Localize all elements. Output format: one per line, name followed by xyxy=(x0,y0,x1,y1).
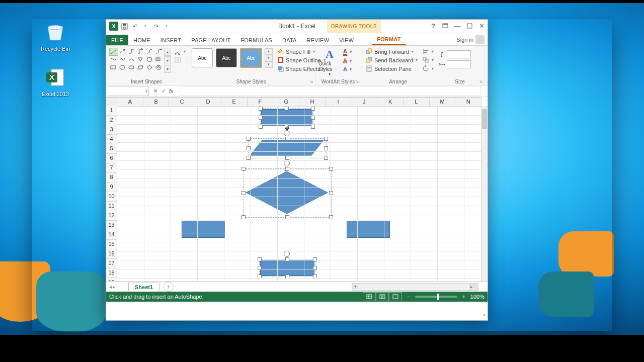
row-header[interactable]: 3 xyxy=(106,125,117,135)
tab-file[interactable]: FILE xyxy=(106,35,128,45)
row-header[interactable]: 15 xyxy=(106,240,117,249)
group-button[interactable]: ▾ xyxy=(421,56,435,64)
sheet-nav-prev[interactable]: ◂ xyxy=(109,284,112,290)
row-header[interactable]: 13 xyxy=(106,221,117,230)
view-normal-icon[interactable] xyxy=(363,292,376,301)
text-effects-button[interactable]: A▾ xyxy=(342,65,353,72)
row-header[interactable]: 11 xyxy=(106,202,117,211)
horizontal-scrollbar[interactable]: ◂▸ xyxy=(352,283,478,291)
style-swatch-3-selected[interactable]: Abc xyxy=(240,48,262,68)
align-button[interactable]: ▾ xyxy=(421,48,435,55)
send-backward-button[interactable]: Send Backward▾ xyxy=(364,56,419,64)
tab-insert[interactable]: INSERT xyxy=(155,35,186,45)
shape-width-input[interactable] xyxy=(438,60,481,68)
zoom-level[interactable]: 100% xyxy=(470,294,485,300)
name-box[interactable]: ▾ xyxy=(108,86,149,96)
sheet-tab-sheet1[interactable]: Sheet1 xyxy=(128,283,159,291)
row-header[interactable]: 16 xyxy=(106,249,117,259)
edit-shape-button[interactable]: ▾ xyxy=(173,48,187,55)
row-header[interactable]: 8 xyxy=(106,173,117,183)
fx-icon[interactable]: fx xyxy=(169,88,174,94)
recycle-bin-icon[interactable]: Recycle Bin xyxy=(35,21,75,52)
column-header[interactable]: C xyxy=(169,98,195,107)
cancel-formula-icon[interactable]: ✕ xyxy=(153,87,158,95)
row-header[interactable]: 10 xyxy=(106,192,117,202)
row-header[interactable]: 9 xyxy=(106,183,117,192)
formula-input[interactable] xyxy=(180,86,480,96)
column-header[interactable]: B xyxy=(143,98,170,107)
text-fill-button[interactable]: A▾ xyxy=(342,48,353,56)
gallery-more[interactable]: ▾ xyxy=(164,65,171,73)
close-button[interactable]: ✕ xyxy=(475,20,488,32)
row-header[interactable]: 1 xyxy=(106,106,117,116)
column-header[interactable]: K xyxy=(377,98,404,107)
undo-icon[interactable]: ↶ xyxy=(130,22,139,31)
dialog-launcher-icon[interactable]: ↘ xyxy=(355,79,360,84)
collapse-ribbon-icon[interactable]: ˄ xyxy=(483,314,486,319)
minimize-button[interactable]: — xyxy=(451,20,463,32)
zoom-slider[interactable] xyxy=(415,296,457,298)
row-header[interactable]: 12 xyxy=(106,211,117,221)
style-swatch-1[interactable]: Abc xyxy=(192,48,213,67)
qat-customize-icon[interactable]: ▾ xyxy=(162,22,171,31)
column-header[interactable]: F xyxy=(248,98,274,107)
save-icon[interactable] xyxy=(120,22,129,31)
zoom-in-button[interactable]: + xyxy=(461,294,466,300)
maximize-button[interactable] xyxy=(463,20,475,32)
enter-formula-icon[interactable]: ✓ xyxy=(161,87,166,95)
tab-formulas[interactable]: FORMULAS xyxy=(235,35,277,45)
row-header[interactable]: 6 xyxy=(106,154,117,163)
view-page-break-icon[interactable] xyxy=(389,292,402,301)
column-header[interactable]: G xyxy=(273,98,299,107)
row-header[interactable]: 2 xyxy=(106,116,117,125)
tab-format[interactable]: FORMAT xyxy=(372,34,406,45)
tab-data[interactable]: DATA xyxy=(277,35,302,45)
worksheet-grid[interactable]: ABCDEFGHIJKLMN 1234567891011121314151617… xyxy=(106,97,488,281)
vertical-scrollbar[interactable] xyxy=(481,106,488,281)
undo-dropdown-icon[interactable]: ▾ xyxy=(141,22,150,31)
dialog-launcher-icon[interactable]: ↘ xyxy=(478,79,484,84)
gallery-scroll-down[interactable]: ▾ xyxy=(164,56,171,64)
view-page-layout-icon[interactable] xyxy=(376,292,389,301)
help-button[interactable]: ? xyxy=(427,20,439,32)
column-header[interactable]: I xyxy=(326,98,352,107)
shapes-gallery[interactable] xyxy=(109,48,163,73)
select-all-button[interactable] xyxy=(106,97,118,107)
rotation-handle[interactable] xyxy=(284,160,290,166)
row-header[interactable]: 14 xyxy=(106,230,117,240)
column-header[interactable]: E xyxy=(221,98,248,107)
row-header[interactable]: 5 xyxy=(106,144,117,154)
shape-height-input[interactable] xyxy=(438,50,481,58)
tab-home[interactable]: HOME xyxy=(128,35,155,45)
new-sheet-button[interactable]: ＋ xyxy=(164,282,174,292)
sheet-nav-next[interactable]: ▸ xyxy=(113,284,115,290)
tab-review[interactable]: REVIEW xyxy=(302,35,335,45)
styles-scroll-up[interactable]: ▴ xyxy=(265,48,273,55)
row-header[interactable]: 7 xyxy=(106,163,117,173)
gallery-scroll-up[interactable]: ▴ xyxy=(164,48,171,56)
app-icon[interactable]: X xyxy=(109,22,118,31)
styles-more[interactable]: ▾ xyxy=(265,61,273,68)
tab-view[interactable]: VIEW xyxy=(334,35,359,45)
row-header[interactable]: 4 xyxy=(106,135,117,144)
styles-scroll-down[interactable]: ▾ xyxy=(265,55,273,61)
zoom-out-button[interactable]: − xyxy=(406,294,411,300)
shape-styles-gallery[interactable]: Abc Abc Abc ▴ ▾ ▾ xyxy=(190,48,273,68)
excel-shortcut-icon[interactable]: X Excel 2013 xyxy=(35,67,75,97)
ribbon-display-button[interactable] xyxy=(439,20,451,32)
column-header[interactable]: J xyxy=(351,98,377,107)
column-header[interactable]: M xyxy=(430,98,456,107)
dialog-launcher-icon[interactable]: ↘ xyxy=(309,79,314,84)
column-header[interactable]: A xyxy=(117,98,143,107)
rotation-handle[interactable] xyxy=(284,251,290,257)
style-swatch-2[interactable]: Abc xyxy=(216,48,237,67)
row-header[interactable]: 17 xyxy=(106,259,117,268)
redo-icon[interactable]: ↷ xyxy=(151,22,160,31)
row-header[interactable]: 18 xyxy=(106,268,117,278)
column-header[interactable]: H xyxy=(299,98,326,107)
rotate-button[interactable]: ▾ xyxy=(421,65,435,72)
selection-pane-button[interactable]: Selection Pane xyxy=(364,65,419,72)
column-header[interactable]: L xyxy=(404,98,430,107)
column-header[interactable]: D xyxy=(195,98,221,107)
quick-styles-button[interactable]: A Quick Styles▾ xyxy=(318,48,341,76)
